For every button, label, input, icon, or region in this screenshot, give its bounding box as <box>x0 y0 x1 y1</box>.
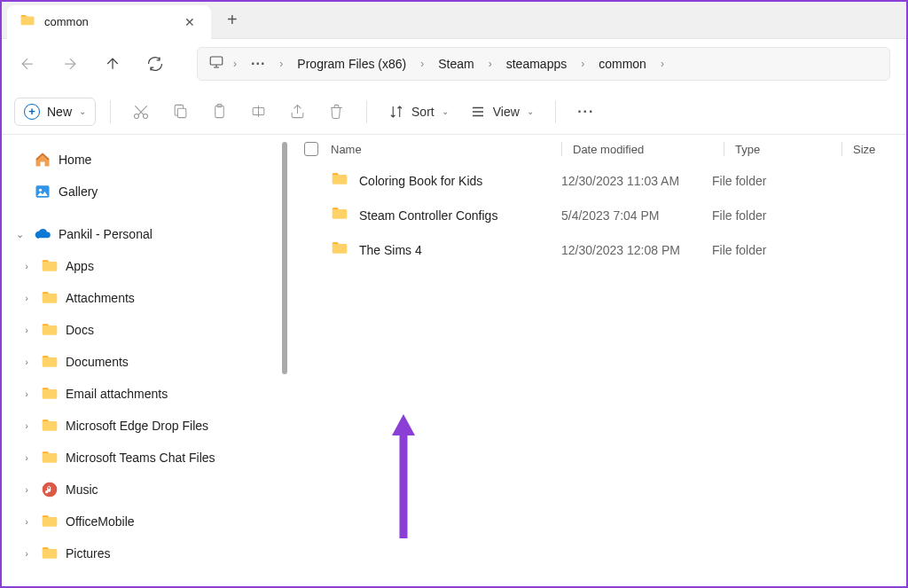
refresh-button[interactable] <box>145 54 165 74</box>
rename-button[interactable] <box>242 96 274 128</box>
chevron-right-icon[interactable]: › <box>20 387 34 401</box>
chevron-right-icon[interactable]: › <box>20 355 34 369</box>
chevron-down-icon[interactable]: ⌄ <box>12 227 27 241</box>
breadcrumb-segment[interactable]: steamapps <box>501 55 572 73</box>
folder-icon <box>331 239 348 260</box>
delete-button[interactable] <box>320 96 352 128</box>
view-label: View <box>493 105 520 119</box>
forward-button[interactable] <box>60 54 80 74</box>
view-button[interactable]: View ⌄ <box>463 100 541 123</box>
up-button[interactable] <box>103 54 122 74</box>
back-button[interactable] <box>18 54 37 74</box>
svg-point-2 <box>144 114 148 118</box>
nav-onedrive[interactable]: ⌄ Pankil - Personal <box>2 218 290 250</box>
nav-folder-item[interactable]: ›OfficeMobile <box>2 506 290 537</box>
scrollbar-thumb[interactable] <box>282 142 287 374</box>
breadcrumb-segment[interactable]: Steam <box>433 55 479 73</box>
toolbar: + New ⌄ Sort ⌄ View ⌄ ··· <box>2 89 906 135</box>
chevron-right-icon[interactable]: › <box>20 514 34 529</box>
nav-label: Home <box>59 153 91 167</box>
chevron-right-icon[interactable]: › <box>20 451 34 465</box>
chevron-right-icon[interactable]: › <box>657 58 668 70</box>
file-list: ⌃ Name Date modified Type Size Coloring … <box>290 135 906 586</box>
chevron-right-icon[interactable]: › <box>20 323 34 337</box>
breadcrumb-segment[interactable]: common <box>593 55 652 73</box>
nav-folder-label: OfficeMobile <box>66 514 135 529</box>
file-type: File folder <box>712 174 818 188</box>
nav-folder-label: Music <box>66 482 98 497</box>
column-date[interactable]: Date modified <box>573 143 644 156</box>
paste-button[interactable] <box>203 96 235 128</box>
nav-folder-item[interactable]: ›Music <box>2 474 290 506</box>
file-row[interactable]: Steam Controller Configs5/4/2023 7:04 PM… <box>290 198 906 232</box>
path-overflow[interactable]: ··· <box>246 56 270 72</box>
home-icon <box>34 151 51 169</box>
nav-folder-item[interactable]: ›Docs <box>2 314 290 346</box>
column-name[interactable]: Name <box>331 143 362 156</box>
tab-title: common <box>44 15 172 28</box>
new-tab-button[interactable]: + <box>227 10 238 30</box>
nav-gallery[interactable]: Gallery <box>2 176 290 208</box>
folder-icon <box>41 513 59 530</box>
file-name: Coloring Book for Kids <box>359 174 482 188</box>
active-tab[interactable]: common ✕ <box>7 5 211 39</box>
new-button[interactable]: + New ⌄ <box>14 98 96 126</box>
share-button[interactable] <box>281 96 313 128</box>
body: Home Gallery ⌄ Pankil - Personal ›Apps›A… <box>2 135 906 586</box>
new-label: New <box>47 105 72 119</box>
column-type[interactable]: Type <box>735 143 760 156</box>
nav-folder-label: Microsoft Edge Drop Files <box>66 419 208 433</box>
nav-folder-item[interactable]: ›Pictures <box>2 537 290 569</box>
chevron-down-icon: ⌄ <box>442 106 449 116</box>
folder-icon <box>41 449 59 466</box>
chevron-right-icon[interactable]: › <box>20 259 34 273</box>
svg-rect-0 <box>210 57 223 65</box>
file-row[interactable]: Coloring Book for Kids12/30/2023 11:03 A… <box>290 163 906 198</box>
separator <box>561 142 562 156</box>
chevron-right-icon[interactable]: › <box>20 546 34 561</box>
file-type: File folder <box>712 243 818 257</box>
nav-folder-item[interactable]: ›Attachments <box>2 282 290 314</box>
folder-icon <box>41 353 59 371</box>
nav-label: Gallery <box>59 184 98 199</box>
address-bar[interactable]: › ··· › Program Files (x86) › Steam › st… <box>197 47 890 81</box>
navigation-pane[interactable]: Home Gallery ⌄ Pankil - Personal ›Apps›A… <box>2 135 290 586</box>
chevron-right-icon[interactable]: › <box>485 58 496 70</box>
cut-button[interactable] <box>125 96 157 128</box>
file-type: File folder <box>712 208 818 223</box>
breadcrumb-segment[interactable]: Program Files (x86) <box>292 55 411 73</box>
file-name: The Sims 4 <box>359 243 422 257</box>
chevron-right-icon[interactable]: › <box>417 58 427 70</box>
copy-button[interactable] <box>164 96 196 128</box>
folder-icon <box>20 12 35 32</box>
nav-folder-label: Pictures <box>66 546 111 561</box>
svg-point-8 <box>39 189 42 192</box>
folder-icon <box>41 321 59 339</box>
chevron-right-icon[interactable]: › <box>20 291 34 305</box>
folder-icon <box>331 205 348 225</box>
nav-folder-item[interactable]: ›Documents <box>2 346 290 378</box>
nav-folder-item[interactable]: ›Apps <box>2 250 290 282</box>
sort-button[interactable]: Sort ⌄ <box>381 100 456 123</box>
chevron-right-icon[interactable]: › <box>20 419 34 433</box>
separator <box>841 142 842 156</box>
chevron-right-icon[interactable]: › <box>230 58 240 70</box>
nav-folder-label: Apps <box>66 259 94 273</box>
chevron-right-icon[interactable]: › <box>20 482 34 497</box>
nav-home[interactable]: Home <box>2 144 290 176</box>
tab-close-button[interactable]: ✕ <box>181 13 199 31</box>
select-all-checkbox[interactable] <box>304 142 318 156</box>
nav-folder-item[interactable]: ›Microsoft Teams Chat Files <box>2 442 290 474</box>
more-button[interactable]: ··· <box>570 96 602 128</box>
nav-folder-item[interactable]: ›Email attachments <box>2 378 290 410</box>
chevron-right-icon[interactable]: › <box>577 58 588 70</box>
chevron-right-icon[interactable]: › <box>276 58 286 70</box>
column-size[interactable]: Size <box>853 143 875 156</box>
chevron-down-icon: ⌄ <box>527 106 534 116</box>
sort-label: Sort <box>411 105 434 119</box>
svg-rect-3 <box>177 108 186 117</box>
separator <box>724 142 724 156</box>
file-row[interactable]: The Sims 412/30/2023 12:08 PMFile folder <box>290 232 906 267</box>
nav-folder-item[interactable]: ›Microsoft Edge Drop Files <box>2 410 290 442</box>
svg-point-1 <box>135 114 139 118</box>
